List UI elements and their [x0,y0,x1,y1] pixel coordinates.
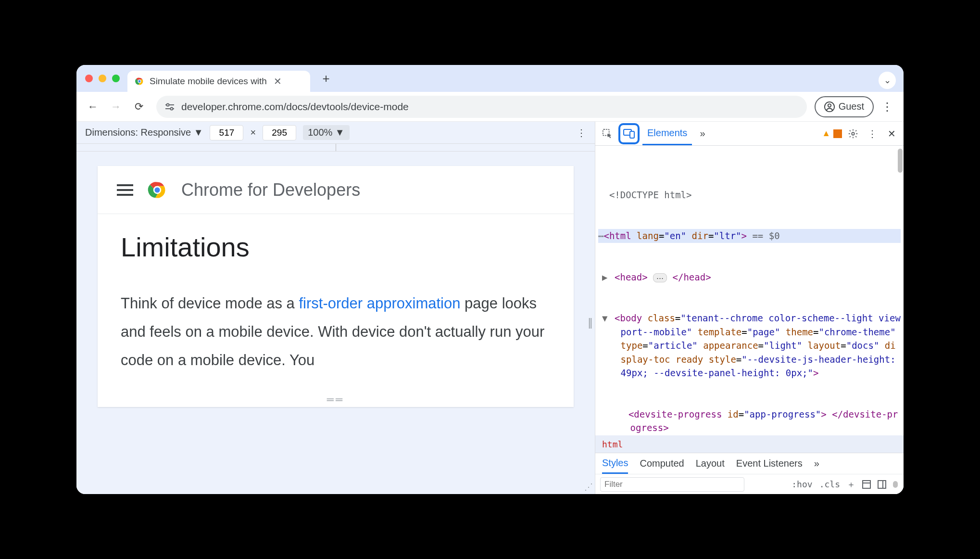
simulated-page[interactable]: Chrome for Developers Limitations Think … [98,166,574,407]
cls-button[interactable]: .cls [819,479,840,489]
browser-tab[interactable]: Simulate mobile devices with ✕ [127,71,310,92]
styles-more-button[interactable]: » [814,458,819,469]
styles-tabbar: Styles Computed Layout Event Listeners » [595,453,904,474]
layout-tab[interactable]: Layout [696,458,725,469]
sidebar-toggle-icon[interactable] [878,480,886,489]
styles-toolbar: :hov .cls ＋ [595,474,904,494]
browser-window: Simulate mobile devices with ✕ + ⌄ ← → ⟳… [76,65,904,494]
resize-handle-right[interactable]: ‖ [588,317,592,329]
window-controls [80,75,127,82]
warning-icon[interactable]: ▲ [822,128,830,139]
breadcrumb[interactable]: html [595,435,904,453]
settings-icon[interactable] [845,126,861,142]
minimize-window-button[interactable] [99,75,106,82]
computed-tab[interactable]: Computed [640,458,684,469]
more-tabs-button[interactable]: » [695,122,710,145]
close-window-button[interactable] [85,75,93,82]
page-header: Chrome for Developers [98,166,574,214]
content-area: Dimensions: Responsive ▼ × 100% ▼ ⋮ Chro… [76,122,904,494]
dom-doctype: <!DOCTYPE html> [598,188,901,202]
dimensions-dropdown[interactable]: Dimensions: Responsive ▼ [85,127,203,138]
height-input[interactable] [263,125,296,140]
zoom-dropdown[interactable]: 100% ▼ [303,125,350,140]
tab-strip: Simulate mobile devices with ✕ + ⌄ [76,65,904,92]
chrome-logo-icon [147,179,168,201]
device-toggle-button[interactable] [618,123,640,144]
preview-viewport: Chrome for Developers Limitations Think … [76,152,595,494]
browser-menu-button[interactable]: ⋮ [878,100,897,114]
forward-button[interactable]: → [106,97,126,116]
chrome-favicon-icon [134,76,145,87]
svg-point-5 [167,103,169,106]
styles-filter-input[interactable] [600,477,744,492]
event-listeners-tab[interactable]: Event Listeners [736,458,803,469]
profile-button[interactable]: Guest [815,96,874,117]
reload-button[interactable]: ⟳ [129,97,149,116]
close-tab-button[interactable]: ✕ [272,76,284,87]
device-more-button[interactable]: ⋮ [577,127,586,139]
svg-point-15 [852,132,854,135]
user-icon [824,102,835,112]
computed-sidebar-icon[interactable] [862,480,871,489]
devtools-tabbar: Elements » ▲ ⋮ ✕ [595,122,904,146]
styles-tab[interactable]: Styles [602,453,628,474]
back-button[interactable]: ← [83,97,102,116]
url-text: developer.chrome.com/docs/devtools/devic… [181,101,409,113]
page-paragraph: Think of device mode as a first-order ap… [121,290,551,375]
devtools-close-button[interactable]: ✕ [883,126,900,142]
dom-progress-line[interactable]: <devsite-progress id="app-progress"> </d… [617,407,901,435]
profile-label: Guest [839,101,864,112]
scrollbar[interactable] [898,149,903,173]
maximize-window-button[interactable] [112,75,120,82]
site-settings-icon[interactable] [165,103,175,111]
svg-point-6 [171,107,173,110]
resize-handle-corner[interactable]: ⋰ [584,482,593,492]
svg-rect-16 [863,481,870,488]
inspect-element-icon[interactable] [599,126,616,142]
issues-icon[interactable] [833,129,842,138]
devtools-panel: Elements » ▲ ⋮ ✕ <!DOCTYPE html> ⋯<html … [595,122,904,494]
svg-point-8 [828,104,830,107]
svg-rect-14 [630,131,634,138]
dom-tree[interactable]: <!DOCTYPE html> ⋯<html lang="en" dir="lt… [595,146,904,435]
svg-rect-18 [878,481,886,488]
page-brand: Chrome for Developers [181,180,360,200]
device-preview-panel: Dimensions: Responsive ▼ × 100% ▼ ⋮ Chro… [76,122,595,494]
page-body: Limitations Think of device mode as a fi… [98,214,574,392]
width-input[interactable] [210,125,243,140]
new-rule-button[interactable]: ＋ [847,479,855,490]
dom-html-line[interactable]: ⋯<html lang="en" dir="ltr"> == $0 [598,229,901,243]
page-heading: Limitations [121,231,551,263]
approximation-link[interactable]: first-order approximation [299,295,460,312]
device-toolbar: Dimensions: Responsive ▼ × 100% ▼ ⋮ [76,122,595,144]
styles-scrollbar[interactable] [893,481,898,488]
tab-title: Simulate mobile devices with [150,76,267,87]
address-bar[interactable]: developer.chrome.com/docs/devtools/devic… [156,96,807,118]
dom-body-line[interactable]: ▼<body class="tenant--chrome color-schem… [608,311,901,380]
elements-tab[interactable]: Elements [642,122,692,145]
ruler-bar[interactable] [76,144,595,152]
tabs-dropdown-button[interactable]: ⌄ [879,72,896,89]
hov-button[interactable]: :hov [792,479,812,489]
resize-handle-bottom[interactable]: ══ [98,392,574,407]
new-tab-button[interactable]: + [317,69,335,88]
devtools-menu-button[interactable]: ⋮ [864,126,880,142]
toolbar: ← → ⟳ developer.chrome.com/docs/devtools… [76,92,904,122]
dom-head-line[interactable]: ▶<head> ⋯ </head> [608,270,901,284]
hamburger-menu-icon[interactable] [117,184,133,196]
dimension-separator: × [250,127,256,138]
